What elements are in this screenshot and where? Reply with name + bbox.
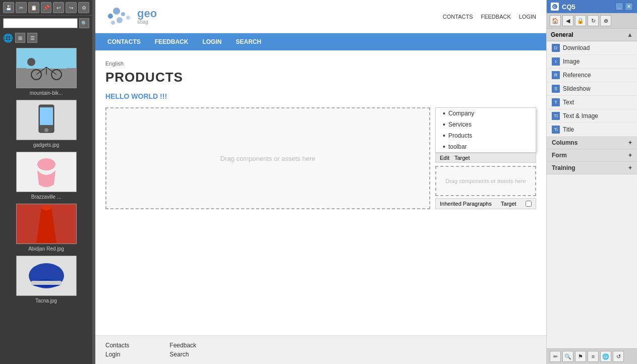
asset-thumbnail	[16, 204, 77, 244]
bullet-icon: •	[443, 132, 445, 140]
cq5-bottom-toolbar: ✏ 🔍 ⚑ ≡ 🌐 ↺	[547, 348, 637, 364]
properties-button[interactable]: ⚙	[78, 2, 89, 13]
cq5-sync-button[interactable]: ↺	[613, 351, 624, 362]
edit-target-bar: Edit Target	[435, 153, 536, 163]
cq5-item-label: Text & Image	[563, 112, 598, 119]
cq5-columns-section[interactable]: Columns +	[547, 137, 637, 149]
cq5-back-button[interactable]: ◀	[562, 15, 573, 26]
right-drop-zone[interactable]: Drag components or assets here	[435, 166, 536, 196]
list-item[interactable]: mountain-bik...	[3, 48, 89, 96]
cq5-lock-button[interactable]: 🔒	[575, 15, 586, 26]
bikini-image	[26, 154, 67, 190]
search-button[interactable]: 🔍	[79, 18, 89, 28]
cq5-item-download[interactable]: D Download	[547, 41, 637, 55]
paste-button[interactable]: 📌	[41, 2, 52, 13]
cq5-flag-button[interactable]: ⚑	[575, 351, 586, 362]
cq5-pencil-button[interactable]: ✏	[550, 351, 561, 362]
footer-col-1: Contacts Login	[105, 342, 129, 358]
cq5-item-reference[interactable]: R Reference	[547, 69, 637, 82]
list-item[interactable]: Brazzaville ...	[3, 152, 89, 200]
cq5-share-button[interactable]: ⊕	[600, 15, 611, 26]
cq5-item-title[interactable]: Ti Title	[547, 123, 637, 137]
cq5-refresh-button[interactable]: ↻	[588, 15, 599, 26]
target-label[interactable]: Target	[454, 155, 470, 161]
text-image-icon: TI	[552, 112, 560, 120]
drag-placeholder-right-text: Drag components or assets here	[445, 178, 526, 184]
red-dress-image	[26, 205, 67, 243]
cq5-general-section-header[interactable]: General ▲	[547, 29, 637, 41]
header-nav-login[interactable]: LOGIN	[519, 14, 536, 20]
text-icon: T	[552, 98, 560, 106]
nav-login[interactable]: LOGIN	[195, 33, 228, 50]
asset-name-label: mountain-bik...	[30, 90, 63, 96]
cq5-item-image[interactable]: I Image	[547, 55, 637, 69]
globe-icon[interactable]: 🌐	[3, 33, 13, 43]
cq5-form-section[interactable]: Form +	[547, 149, 637, 162]
footer-search[interactable]: Search	[169, 351, 196, 358]
cq5-item-label: Image	[563, 58, 580, 65]
context-menu: • Company • Services • Products • toolba…	[435, 107, 536, 153]
header-nav-feedback[interactable]: FEEDBACK	[481, 14, 510, 20]
nav-search[interactable]: SEARCH	[228, 33, 268, 50]
asset-name-label: Abidjan Red.jpg	[28, 246, 64, 252]
inherited-paragraphs-bar: Inherited Paragraphs Target	[435, 198, 536, 209]
asset-thumbnail	[16, 48, 77, 88]
list-view-button[interactable]: ☰	[27, 33, 37, 43]
cq5-item-text[interactable]: T Text	[547, 96, 637, 109]
left-sidebar: 💾 ✂ 📋 📌 ↩ ↪ ⚙ 🔍 🌐 ⊞ ☰	[0, 0, 92, 364]
cq5-item-label: Slideshow	[563, 85, 591, 92]
website-header: geo shag CONTACTS FEEDBACK LOGIN	[95, 0, 546, 33]
footer-contacts[interactable]: Contacts	[105, 342, 129, 349]
nav-feedback[interactable]: FEEDBACK	[148, 33, 196, 50]
nav-contacts[interactable]: CONTACTS	[100, 33, 148, 50]
edit-label[interactable]: Edit	[440, 155, 449, 161]
context-menu-toolbar[interactable]: • toolbar	[436, 141, 536, 152]
reference-icon: R	[552, 71, 560, 79]
asset-thumbnail	[16, 152, 77, 192]
grid-view-button[interactable]: ⊞	[15, 33, 25, 43]
save-button[interactable]: 💾	[3, 2, 14, 13]
cq5-item-slideshow[interactable]: S Slideshow	[547, 82, 637, 96]
main-drop-zone[interactable]: Drag components or assets here	[105, 107, 430, 209]
list-item[interactable]: gadgets.jpg	[3, 100, 89, 148]
content-area: Drag components or assets here • Company…	[105, 107, 536, 209]
cq5-item-text-image[interactable]: TI Text & Image	[547, 109, 637, 123]
cut-button[interactable]: ✂	[16, 2, 27, 13]
cq5-close-button[interactable]: ✕	[625, 3, 633, 11]
header-nav-contacts[interactable]: CONTACTS	[443, 14, 473, 20]
cq5-title: CQ5	[562, 3, 575, 11]
cq5-minimize-button[interactable]: _	[615, 3, 623, 11]
list-item[interactable]: Tacna.jpg	[3, 256, 89, 304]
svg-point-20	[111, 21, 115, 25]
footer-feedback[interactable]: Feedback	[169, 342, 196, 349]
context-menu-company[interactable]: • Company	[436, 108, 536, 119]
footer-login[interactable]: Login	[105, 351, 129, 358]
cq5-search-button[interactable]: 🔍	[562, 351, 573, 362]
bullet-icon: •	[443, 109, 445, 117]
svg-point-10	[44, 128, 48, 132]
cq5-training-section[interactable]: Training +	[547, 162, 637, 174]
cq5-item-label: Reference	[563, 72, 591, 79]
view-controls: 🌐 ⊞ ☰	[0, 31, 92, 45]
cq5-training-expand-icon: +	[628, 164, 632, 171]
search-input[interactable]	[3, 18, 78, 28]
gadget-image	[31, 102, 62, 138]
cq5-training-label: Training	[552, 164, 575, 171]
redo-button[interactable]: ↪	[66, 2, 77, 13]
svg-point-12	[41, 205, 51, 210]
svg-text:C: C	[553, 5, 556, 9]
cq5-list-button[interactable]: ≡	[588, 351, 599, 362]
context-menu-services[interactable]: • Services	[436, 119, 536, 130]
cq5-columns-expand-icon: +	[628, 139, 632, 146]
context-menu-products[interactable]: • Products	[436, 130, 536, 141]
inherited-checkbox[interactable]	[526, 201, 532, 207]
list-item[interactable]: Abidjan Red.jpg	[3, 204, 89, 252]
asset-name-label: Tacna.jpg	[35, 298, 57, 304]
cq5-collapse-icon[interactable]: ▲	[627, 31, 633, 38]
cq5-home-button[interactable]: 🏠	[550, 15, 561, 26]
svg-point-11	[37, 158, 55, 170]
cq5-form-expand-icon: +	[628, 152, 632, 159]
copy-button[interactable]: 📋	[28, 2, 39, 13]
undo-button[interactable]: ↩	[53, 2, 64, 13]
cq5-globe-button[interactable]: 🌐	[600, 351, 611, 362]
